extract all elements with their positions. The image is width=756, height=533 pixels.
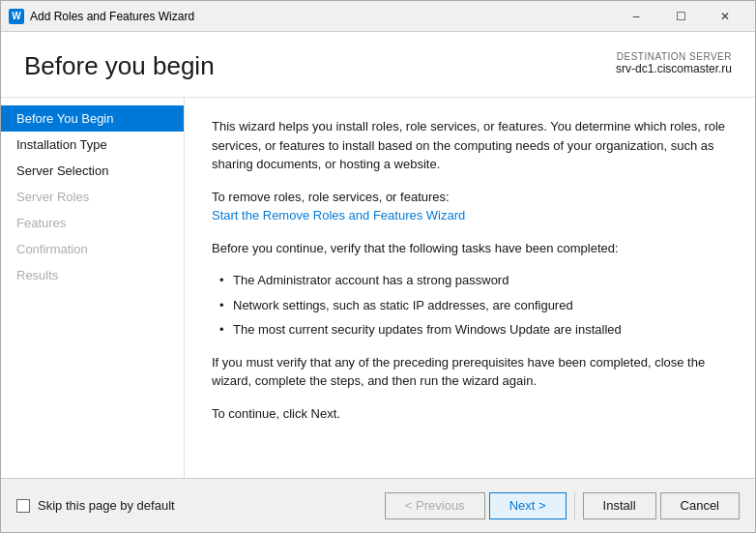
skip-page-checkbox[interactable] [16, 499, 30, 513]
main-content: This wizard helps you install roles, rol… [185, 98, 755, 478]
sidebar-item-installation-type[interactable]: Installation Type [1, 132, 184, 158]
content-para-1: This wizard helps you install roles, rol… [212, 117, 728, 174]
page-title: Before you begin [24, 51, 215, 81]
sidebar-item-server-selection[interactable]: Server Selection [1, 158, 184, 184]
title-bar-text: Add Roles and Features Wizard [30, 10, 614, 23]
content-para-3: Before you continue, verify that the fol… [212, 239, 728, 258]
remove-roles-link[interactable]: Start the Remove Roles and Features Wiza… [212, 208, 465, 222]
sidebar-item-results: Results [1, 262, 184, 288]
wizard-footer: Skip this page by default < Previous Nex… [1, 478, 755, 532]
list-item: Network settings, such as static IP addr… [219, 296, 728, 315]
skip-page-label: Skip this page by default [38, 498, 175, 513]
wizard-window: W Add Roles and Features Wizard – ☐ ✕ Be… [0, 0, 756, 533]
close-button[interactable]: ✕ [703, 1, 747, 32]
wizard-body: Before you begin DESTINATION SERVER srv-… [1, 32, 755, 532]
wizard-middle: Before You Begin Installation Type Serve… [1, 98, 755, 478]
server-name: srv-dc1.ciscomaster.ru [616, 62, 732, 75]
content-para-5: To continue, click Next. [212, 404, 728, 424]
sidebar-item-server-roles: Server Roles [1, 184, 184, 210]
install-button[interactable]: Install [583, 492, 656, 519]
wizard-header: Before you begin DESTINATION SERVER srv-… [1, 32, 755, 98]
maximize-button[interactable]: ☐ [658, 1, 703, 32]
bullet-list: The Administrator account has a strong p… [219, 271, 728, 340]
sidebar-item-features: Features [1, 210, 184, 236]
cancel-button[interactable]: Cancel [660, 492, 740, 519]
destination-server: DESTINATION SERVER srv-dc1.ciscomaster.r… [616, 51, 732, 75]
sidebar-item-before-you-begin[interactable]: Before You Begin [1, 105, 184, 132]
next-button[interactable]: Next > [489, 492, 567, 519]
footer-buttons: < Previous Next > Install Cancel [385, 492, 740, 519]
footer-left: Skip this page by default [16, 498, 385, 513]
content-para-4: If you must verify that any of the prece… [212, 353, 728, 391]
minimize-button[interactable]: – [614, 1, 658, 32]
content-para-2: To remove roles, role services, or featu… [212, 188, 728, 225]
previous-button[interactable]: < Previous [385, 492, 485, 519]
title-bar: W Add Roles and Features Wizard – ☐ ✕ [1, 1, 755, 32]
button-separator [574, 492, 575, 519]
sidebar: Before You Begin Installation Type Serve… [1, 98, 185, 478]
list-item: The most current security updates from W… [219, 320, 728, 340]
destination-label: DESTINATION SERVER [616, 51, 732, 62]
app-icon: W [9, 9, 24, 24]
sidebar-item-confirmation: Confirmation [1, 236, 184, 262]
list-item: The Administrator account has a strong p… [219, 271, 728, 290]
window-controls: – ☐ ✕ [614, 1, 747, 32]
